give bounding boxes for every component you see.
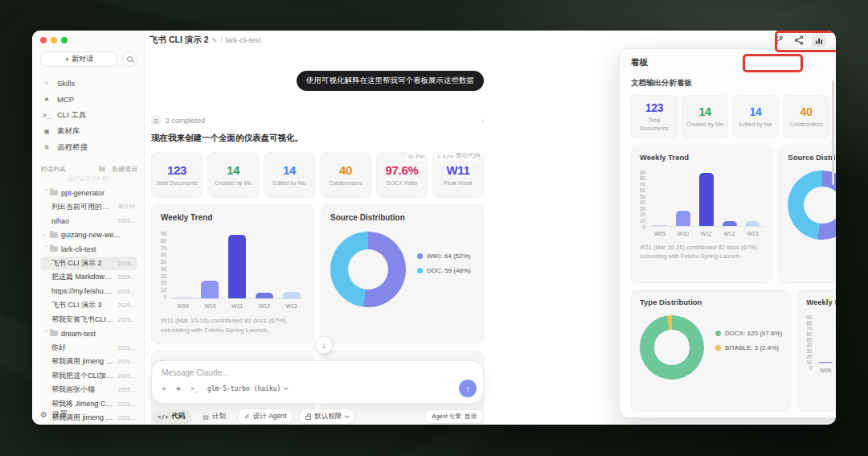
donut-chart: WIKI: 64 (52%)DOC: 59 (48%)	[330, 228, 474, 307]
chevron-right-icon[interactable]: ›	[481, 117, 484, 125]
message-composer[interactable]: Message Claude... + ✦ >_ glm-5-turbo (ha…	[151, 360, 484, 404]
scrollbar-thumb[interactable]	[832, 80, 834, 185]
chat-item-row[interactable]: https://my.feishu.cn...2026...	[40, 285, 137, 299]
attach-button[interactable]: +	[162, 384, 166, 393]
pin-button[interactable]: ◎Pin	[406, 152, 427, 161]
sidebar-item-mcp[interactable]: ❖MCP	[40, 91, 137, 107]
chat-item-row[interactable]: 帮我调用 jimeng CLI...2026...	[40, 355, 137, 369]
legend-text: BITABLE: 3 (2.4%)	[725, 344, 779, 351]
bar-W09	[174, 298, 192, 298]
chevron-down-icon[interactable]: ›	[43, 245, 50, 253]
terminal-button[interactable]: >_	[190, 385, 199, 392]
dashboard-panel: 看板 自动刷新 × 文档输出分析看板 123Total Documents14C…	[619, 48, 836, 418]
chart-title: Source Distribution	[330, 213, 474, 222]
minimize-window-button[interactable]	[51, 37, 57, 43]
completed-tasks-row[interactable]: 2 2 completed ›	[151, 116, 484, 125]
stat-label: Collaborators	[329, 179, 362, 187]
y-tick-label: 20	[161, 280, 166, 286]
share-button[interactable]	[792, 33, 806, 47]
stat-card: 14Created by Me	[682, 95, 728, 138]
project-folder-row[interactable]: ›guizang-new-we...	[40, 228, 137, 243]
chat-item-row[interactable]: nihao2026...	[40, 214, 137, 228]
edit-title-icon[interactable]: ✎	[212, 37, 218, 44]
plot	[815, 312, 836, 364]
sidebar-item-remote-bridge[interactable]: ≋远程桥接	[40, 139, 137, 155]
chevron-down-icon[interactable]: ›	[43, 189, 50, 196]
new-project-button[interactable]: 新建项目	[98, 165, 137, 174]
code-icon: </>	[158, 413, 169, 421]
design-agent-button[interactable]: ✐ 设计 Agent	[237, 409, 293, 425]
new-chat-button[interactable]: + 新对话	[40, 51, 118, 67]
stat-label: Edited by Me	[273, 179, 306, 187]
chevron-right-icon[interactable]: ›	[43, 232, 50, 239]
plan-mode-button[interactable]: ▤ 计划	[197, 409, 233, 424]
source-distribution-card: Source Distribution WIKI: 64 (52%)DOC: 5…	[321, 204, 484, 344]
chat-item-row[interactable]: 把这篇 Markdown 内...2026...	[40, 270, 137, 285]
stat-label: DOCX Ratio	[387, 179, 418, 187]
title-bar: 飞书 CLI 演示 2 ✎ / lark-cli-test	[145, 31, 836, 50]
chat-item-row[interactable]: 飞书 CLI 演示 22026...	[40, 257, 137, 271]
x-tick-label: W09	[651, 231, 669, 236]
agent-engine-badge[interactable]: Agent 引擎: 自动	[424, 409, 484, 424]
chat-item-row[interactable]: 帮我画张小猫2026...	[40, 383, 137, 397]
breadcrumb-project[interactable]: lark-cli-test	[226, 36, 261, 44]
git-branch-button[interactable]	[772, 33, 786, 47]
settings-button[interactable]: ⚙ 设置	[40, 409, 68, 420]
settings-label: 设置	[52, 409, 68, 420]
y-tick-label: 60	[806, 331, 812, 337]
x-tick-label: W10	[199, 303, 221, 309]
sidebar-item-assets[interactable]: ▣素材库	[40, 123, 137, 139]
sidebar-item-cli-tools[interactable]: >_CLI 工具	[40, 107, 137, 123]
bar-chart: 9080706050403020100W09W10W11W12W13	[161, 228, 305, 309]
chat-item-time: 2026...	[118, 261, 135, 266]
stat-value: 14	[227, 163, 240, 177]
folder-label: guizang-new-we...	[61, 231, 135, 239]
sidebar-item-skills[interactable]: ✧Skills	[40, 75, 137, 91]
code-icon: </>	[442, 153, 453, 160]
design-agent-label: 设计 Agent	[253, 412, 287, 421]
code-mode-label: 代码	[172, 412, 186, 421]
folder-label: ppt-generator	[61, 189, 135, 197]
project-folder-row[interactable]: ›lark-cli-test	[40, 242, 137, 257]
chat-item-time: 2026...	[118, 415, 135, 421]
close-window-button[interactable]	[40, 37, 47, 43]
sparkle-button[interactable]: ✦	[175, 384, 182, 393]
chevron-down-icon[interactable]: ›	[43, 330, 50, 337]
model-selector[interactable]: glm-5-turbo (haiku)	[207, 385, 288, 392]
y-tick-label: 10	[161, 287, 166, 293]
y-tick-label: 20	[806, 354, 812, 359]
stat-label: Total Documents	[156, 179, 198, 187]
send-button[interactable]: ↑	[459, 380, 477, 397]
chat-item-row[interactable]: 列出当前可用的所有 ...36分钟	[40, 200, 137, 215]
dashboard-panel-button[interactable]	[812, 33, 826, 47]
y-tick-label: 60	[161, 252, 166, 257]
bar-column	[227, 228, 248, 298]
x-tick-label: W09	[817, 368, 833, 373]
chat-item-row[interactable]: 飞书 CLI 演示 32026...	[40, 298, 137, 313]
zoom-window-button[interactable]	[61, 37, 68, 43]
y-tick-label: 60	[640, 187, 645, 193]
breadcrumb-separator: /	[220, 36, 223, 44]
scroll-to-bottom-button[interactable]: ↓	[315, 336, 333, 354]
pencil-ruler-icon: ✐	[244, 413, 250, 421]
y-tick-label: 0	[809, 365, 813, 371]
chat-item-row[interactable]: 帮我安装飞书CLI： s...2026...	[40, 313, 137, 327]
default-permission-button[interactable]: 默认权限	[298, 409, 355, 425]
assets-icon: ▣	[42, 127, 51, 135]
bar-column	[743, 167, 761, 226]
cli-tools-icon: >_	[42, 111, 51, 119]
mcp-icon: ❖	[42, 95, 51, 103]
search-button[interactable]	[122, 51, 137, 67]
chart-caption: W11 (Mar 10-16) contributed 82 docs (67%…	[161, 316, 305, 335]
project-folder-row[interactable]: ›ppt-generator	[40, 186, 137, 200]
chat-item-row[interactable]: 你好2026...	[40, 341, 137, 355]
stat-card: 14Edited by Me	[732, 95, 779, 138]
x-tick-label: W12	[721, 231, 739, 236]
project-folder-row[interactable]: ›dream-test	[40, 327, 137, 341]
chat-item-row[interactable]: 帮我把这个CLI加入C...2026...	[40, 369, 137, 384]
source-distribution-card: Source Distribution WIKI: 64 (52%)DOC: 5…	[779, 145, 836, 283]
y-tick-label: 40	[806, 343, 812, 348]
legend-dot	[715, 331, 721, 336]
show-code-button[interactable]: ⤓</>显示代码	[435, 151, 482, 161]
code-mode-button[interactable]: </> 代码	[151, 409, 192, 424]
